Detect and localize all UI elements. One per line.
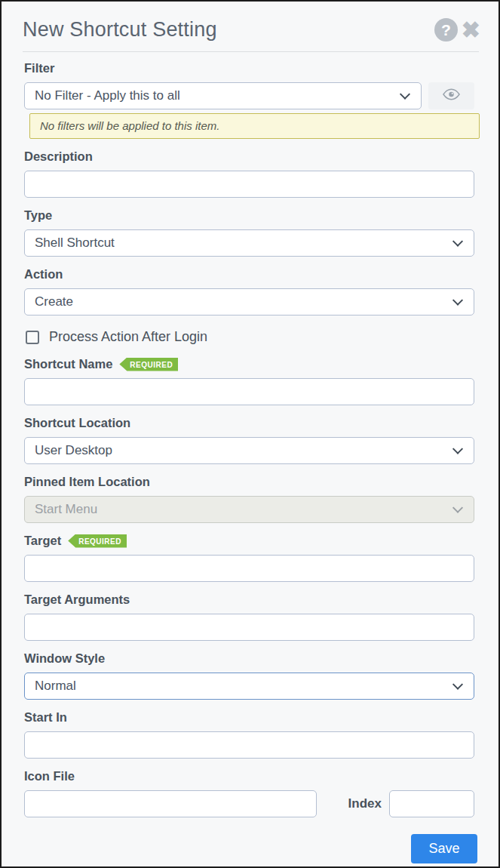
shortcut-name-input[interactable] (24, 378, 474, 405)
filter-label: Filter (24, 61, 474, 75)
description-label: Description (24, 149, 474, 164)
action-select-value: Create (35, 294, 73, 309)
chevron-down-icon (452, 503, 463, 513)
target-arguments-label: Target Arguments (24, 593, 474, 607)
help-icon[interactable]: ? (434, 18, 458, 42)
shortcut-name-label: Shortcut Name (24, 357, 112, 371)
shortcut-location-select[interactable]: User Desktop (24, 437, 474, 464)
chevron-down-icon (400, 89, 410, 100)
new-shortcut-setting-dialog: New Shortcut Setting ? ✖ Filter No Filte… (0, 0, 500, 868)
process-after-login-label: Process Action After Login (49, 329, 207, 345)
icon-file-label: Icon File (24, 769, 474, 783)
window-style-select[interactable]: Normal (24, 673, 474, 700)
chevron-down-icon (452, 236, 463, 247)
filter-select[interactable]: No Filter - Apply this to all (24, 82, 422, 109)
eye-icon (443, 88, 460, 103)
close-icon[interactable]: ✖ (462, 19, 480, 42)
window-style-select-value: Normal (35, 679, 76, 694)
action-select[interactable]: Create (24, 288, 474, 315)
shortcut-location-label: Shortcut Location (24, 416, 474, 430)
shortcut-location-select-value: User Desktop (35, 443, 112, 458)
pinned-item-location-select-value: Start Menu (35, 502, 97, 517)
form-body: Filter No Filter - Apply this to all No … (2, 61, 498, 863)
start-in-input[interactable] (24, 731, 474, 759)
chevron-down-icon (452, 679, 463, 690)
pinned-item-location-label: Pinned Item Location (24, 475, 474, 489)
icon-file-input[interactable] (24, 790, 317, 817)
target-label: Target (24, 534, 61, 548)
start-in-label: Start In (24, 710, 474, 725)
filter-preview-button[interactable] (428, 82, 474, 109)
index-label: Index (348, 796, 382, 811)
required-badge: REQUIRED (68, 534, 127, 548)
filter-row: No Filter - Apply this to all (24, 82, 474, 109)
type-label: Type (24, 208, 474, 223)
process-after-login-checkbox[interactable] (26, 331, 39, 344)
dialog-footer: Save (24, 834, 474, 863)
action-label: Action (24, 267, 474, 282)
target-input[interactable] (24, 555, 474, 582)
header-divider (23, 51, 479, 52)
type-select[interactable]: Shell Shortcut (24, 229, 474, 257)
target-arguments-input[interactable] (24, 614, 474, 641)
filter-notice: No filters will be applied to this item. (29, 113, 480, 139)
filter-select-value: No Filter - Apply this to all (35, 88, 180, 103)
process-after-login-row: Process Action After Login (26, 329, 474, 345)
save-button[interactable]: Save (411, 834, 477, 863)
required-badge: REQUIRED (119, 358, 178, 371)
type-select-value: Shell Shortcut (35, 235, 115, 251)
icon-file-row: Index (24, 790, 474, 817)
chevron-down-icon (452, 444, 463, 454)
dialog-header: New Shortcut Setting ? ✖ (2, 2, 498, 42)
description-input[interactable] (24, 171, 474, 198)
pinned-item-location-select: Start Menu (24, 496, 474, 523)
page-title: New Shortcut Setting (23, 18, 434, 42)
chevron-down-icon (452, 295, 463, 306)
index-input[interactable] (389, 790, 474, 817)
window-style-label: Window Style (24, 651, 474, 666)
